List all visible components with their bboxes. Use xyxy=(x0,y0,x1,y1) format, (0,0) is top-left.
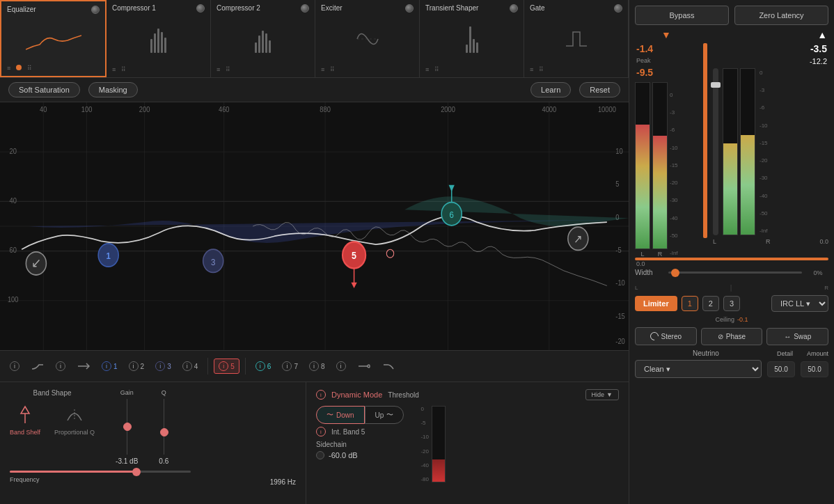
limiter-button[interactable]: Limiter xyxy=(635,296,677,311)
bypass-button[interactable]: Bypass xyxy=(635,6,729,25)
exciter-knob[interactable] xyxy=(405,4,414,13)
gain-slider[interactable] xyxy=(127,399,127,455)
phase-button[interactable]: ⊘ Phase xyxy=(701,328,763,345)
band-info-2[interactable]: i xyxy=(52,359,70,373)
neutrino-header: Neutrino Detail Amount xyxy=(635,349,828,357)
band-btn-7[interactable]: i 7 xyxy=(278,359,302,373)
swap-button[interactable]: ↔ Swap xyxy=(766,328,828,345)
list-icon3: ≡ xyxy=(217,66,220,73)
bar4 xyxy=(476,42,478,53)
equalizer-knob[interactable] xyxy=(91,6,100,14)
band-right-shelf[interactable] xyxy=(378,359,400,374)
q-slider-thumb xyxy=(160,428,168,436)
neutrino-select[interactable]: Clean ▾ xyxy=(635,360,762,378)
compressor2-knob[interactable] xyxy=(301,4,309,13)
threshold-meter xyxy=(432,406,446,482)
module-equalizer[interactable]: Equalizer ≡ ⠿ xyxy=(0,0,107,77)
grid-icon2: ⠿ xyxy=(121,66,126,73)
compressor1-knob[interactable] xyxy=(196,4,205,13)
band-shape-title: Band Shape xyxy=(10,389,95,397)
band3-indicator: i xyxy=(155,361,165,371)
band-low-shelf[interactable] xyxy=(26,359,49,374)
band3-label: 3 xyxy=(167,363,171,370)
freq-slider-thumb xyxy=(132,468,141,476)
band-left-arrow[interactable] xyxy=(353,359,375,374)
input-fill-l xyxy=(636,125,650,249)
hide-button[interactable]: Hide ▼ xyxy=(585,389,619,400)
info-icon2: i xyxy=(56,361,65,371)
band-btn-5[interactable]: i 5 xyxy=(214,359,239,374)
limiter-row: Limiter 1 2 3 IRC LL ▾ xyxy=(635,295,828,312)
right-arrow-icon xyxy=(77,361,91,372)
left-panel: Equalizer ≡ ⠿ Compressor 1 xyxy=(0,0,629,504)
band1-indicator: i xyxy=(102,361,111,371)
prop-q-icon[interactable] xyxy=(62,402,87,427)
transient-knob[interactable] xyxy=(510,4,518,13)
masking-button[interactable]: Masking xyxy=(88,82,138,97)
swap-label: Swap xyxy=(794,333,811,340)
gate-knob[interactable] xyxy=(614,4,622,13)
band-btn-3[interactable]: i 3 xyxy=(151,359,175,373)
module-gate[interactable]: Gate ≡ ⠿ xyxy=(524,0,629,77)
num2-button[interactable]: 2 xyxy=(702,296,719,311)
bar2 xyxy=(154,33,156,53)
scale-40: -40 xyxy=(420,462,429,468)
freq-slider[interactable] xyxy=(10,471,191,473)
grid-icon: ⠿ xyxy=(27,65,32,72)
band-btn-8[interactable]: i 8 xyxy=(305,359,329,373)
scale-0: 0 xyxy=(420,406,429,412)
q-label: Q xyxy=(162,389,166,396)
output-slider[interactable] xyxy=(713,68,718,235)
band1-label: 1 xyxy=(113,363,118,370)
compressor2-bottom-icons: ≡ ⠿ xyxy=(217,66,309,73)
band4-indicator: i xyxy=(182,361,192,371)
shape-band-shelf[interactable]: Band Shelf xyxy=(10,402,40,436)
input-rms-display: -9.5 xyxy=(636,67,653,78)
grid-icon6: ⠿ xyxy=(539,66,544,73)
bypass-row: Bypass Zero Latency xyxy=(635,6,828,25)
dynamic-mode-title: Dynamic Mode xyxy=(331,391,382,399)
list-icon4: ≡ xyxy=(321,66,324,73)
band-info-left[interactable]: i xyxy=(6,359,24,373)
svg-text:-15: -15 xyxy=(615,312,625,320)
num3-button[interactable]: 3 xyxy=(723,296,740,311)
bar2 xyxy=(258,36,260,53)
num1-button[interactable]: 1 xyxy=(682,296,698,311)
shape-prop-q[interactable]: Proportional Q xyxy=(54,402,95,436)
info-icon-right: i xyxy=(336,361,346,371)
module-compressor1[interactable]: Compressor 1 ≡ ⠿ xyxy=(107,0,211,77)
neutrino-title: Neutrino xyxy=(635,349,777,357)
module-transient[interactable]: Transient Shaper ≡ ⠿ xyxy=(420,0,524,77)
svg-text:↙: ↙ xyxy=(31,255,41,270)
transient-bars xyxy=(466,25,478,53)
compressor1-icon-row xyxy=(112,15,205,63)
band-btn-2[interactable]: i 2 xyxy=(125,359,149,373)
bar1 xyxy=(150,39,152,53)
freq-slider-container: Frequency 1996 Hz xyxy=(10,471,296,486)
down-button[interactable]: 〜 Down xyxy=(316,406,365,424)
irc-select[interactable]: IRC LL ▾ xyxy=(771,295,828,312)
module-compressor2[interactable]: Compressor 2 ≡ ⠿ xyxy=(211,0,315,77)
stereo-button[interactable]: Stereo xyxy=(635,327,697,345)
soft-saturation-button[interactable]: Soft Saturation xyxy=(8,82,80,97)
band-btn-1[interactable]: i 1 xyxy=(97,359,122,373)
band-info-right[interactable]: i xyxy=(332,359,350,373)
q-slider[interactable] xyxy=(164,399,164,455)
band5-label: 5 xyxy=(230,363,235,370)
band-btn-4[interactable]: i 4 xyxy=(178,359,203,373)
band-shelf-icon[interactable] xyxy=(13,402,38,427)
band-right-arrow[interactable] xyxy=(72,359,95,374)
width-slider[interactable] xyxy=(668,271,802,274)
module-exciter[interactable]: Exciter ≡ ⠿ xyxy=(315,0,420,77)
gain-value: -3.1 dB xyxy=(116,457,138,465)
zero-latency-button[interactable]: Zero Latency xyxy=(734,6,828,25)
band-btn-6[interactable]: i 6 xyxy=(251,359,276,373)
reset-button[interactable]: Reset xyxy=(579,82,620,97)
learn-button[interactable]: Learn xyxy=(530,82,571,97)
eq-display[interactable]: 40 100 200 460 880 2000 4000 10000 20 40… xyxy=(0,102,629,350)
gain-label: Gain xyxy=(120,389,134,396)
up-button[interactable]: Up 〜 xyxy=(365,406,404,424)
db-knob[interactable] xyxy=(316,451,324,459)
exciter-svg xyxy=(354,25,381,53)
input-meter-group: ▼ -1.4 Peak -9.5 RMS xyxy=(635,29,698,252)
